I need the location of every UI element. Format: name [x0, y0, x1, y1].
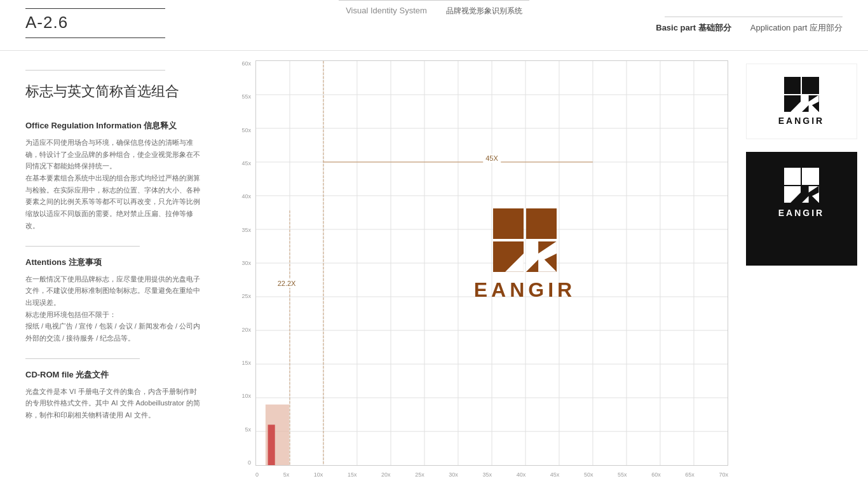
logo-cell-dark-tr	[802, 168, 819, 185]
center-top-line	[339, 0, 529, 1]
section-attentions-title: Attentions 注意事项	[25, 257, 203, 268]
y-55: 55x	[235, 93, 251, 100]
chart-area: 0 5x 10x 15x 20x 25x 30x 35x 40x 45x 50x…	[229, 51, 735, 488]
page-code: A-2.6	[25, 13, 165, 32]
y-15: 15x	[235, 360, 251, 366]
logo-cell-light-tl	[784, 77, 801, 94]
app-part-label: Application part 应用部分	[750, 22, 843, 34]
x-25: 25x	[415, 471, 424, 478]
section-cdrom-title: CD-ROM file 光盘文件	[25, 369, 203, 381]
grid-inner: 45X 22.2X	[255, 60, 728, 466]
y-20: 20x	[235, 327, 251, 333]
vi-system-zh: 品牌视觉形象识别系统	[446, 6, 522, 17]
center-titles: Visual Identity System 品牌视觉形象识别系统	[346, 6, 522, 17]
logo-cell-tl	[493, 208, 524, 239]
section-attentions-body: 在一般情况下使用品牌标志，应尽量使用提供的光盘电子文件，不建议使用标准制图绘制标…	[25, 273, 203, 344]
y-5: 5x	[235, 426, 251, 433]
section-regulation-title: Office Regulation Information 信息释义	[25, 120, 203, 132]
divider-2	[25, 358, 140, 359]
section-cdrom-body: 光盘文件是本 VI 手册电子文件的集合，内含手册制作时的专用软件格式文件。其中 …	[25, 386, 203, 421]
logo-cell-light-bl	[784, 95, 801, 112]
right-top-line	[665, 17, 843, 17]
header-nav: Basic part 基础部分 Application part 应用部分	[656, 22, 843, 34]
brand-text-dark: EANGIR	[778, 208, 824, 218]
header: A-2.6 Visual Identity System 品牌视觉形象识别系统 …	[0, 0, 868, 51]
logo-dark-container: EANGIR	[746, 152, 857, 266]
logo-icon-dark	[784, 168, 819, 203]
right-panel: EANGIR EANGIR	[735, 51, 868, 488]
section-cdrom: CD-ROM file 光盘文件 光盘文件是本 VI 手册电子文件的集合，内含手…	[25, 369, 203, 421]
x-10: 10x	[314, 471, 323, 478]
logo-variant-light: EANGIR	[744, 64, 858, 139]
logo-cell-dark-bl	[784, 186, 801, 203]
y-40: 40x	[235, 193, 251, 200]
y-axis: 0 5x 10x 15x 20x 25x 30x 35x 40x 45x 50x…	[235, 60, 255, 466]
x-60: 60x	[651, 471, 661, 478]
section-regulation: Office Regulation Information 信息释义 为适应不同…	[25, 120, 203, 232]
x-axis: 0 5x 10x 15x 20x 25x 30x 35x 40x 45x 50x…	[255, 468, 728, 482]
logo-variant-dark: EANGIR	[744, 152, 858, 266]
y-60: 60x	[235, 60, 251, 67]
section-attentions: Attentions 注意事项 在一般情况下使用品牌标志，应尽量使用提供的光盘电…	[25, 257, 203, 344]
header-bottom-line	[25, 37, 165, 38]
logo-icon-light	[784, 77, 819, 112]
header-left: A-2.6	[25, 8, 165, 42]
logo-icon-chart	[493, 208, 557, 272]
logo-light-container: EANGIR	[746, 64, 857, 139]
x-20: 20x	[381, 471, 391, 478]
y-10: 10x	[235, 393, 251, 399]
logo-cell-bl	[493, 241, 524, 272]
y-50: 50x	[235, 127, 251, 133]
y-35: 35x	[235, 227, 251, 233]
logo-cell-light-tr	[802, 77, 819, 94]
title-line	[25, 70, 165, 71]
dim-222x-label: 22.2X	[275, 279, 299, 288]
y-30: 30x	[235, 260, 251, 266]
y-25: 25x	[235, 293, 251, 299]
logo-cell-br	[526, 241, 557, 272]
chart-container: 0 5x 10x 15x 20x 25x 30x 35x 40x 45x 50x…	[235, 57, 728, 482]
x-0: 0	[255, 471, 259, 478]
vi-system-en: Visual Identity System	[346, 6, 427, 17]
x-35: 35x	[482, 471, 492, 478]
x-50: 50x	[584, 471, 593, 478]
x-40: 40x	[517, 471, 526, 478]
logo-cell-tr	[526, 208, 557, 239]
svg-rect-28	[268, 424, 275, 465]
main-content: 标志与英文简称首选组合 Office Regulation Informatio…	[0, 51, 868, 488]
page-title: 标志与英文简称首选组合	[25, 82, 203, 101]
x-5: 5x	[283, 471, 290, 478]
sidebar: 标志与英文简称首选组合 Office Regulation Informatio…	[0, 51, 229, 488]
y-0: 0	[235, 459, 251, 466]
x-30: 30x	[449, 471, 458, 478]
header-center: Visual Identity System 品牌视觉形象识别系统	[339, 0, 529, 17]
logo-cell-dark-tl	[784, 168, 801, 185]
brand-text-chart: EANGIR	[474, 278, 576, 302]
header-top-line	[25, 8, 165, 9]
divider-1	[25, 246, 140, 247]
y-45: 45x	[235, 160, 251, 166]
x-70: 70x	[719, 471, 728, 478]
x-15: 15x	[348, 471, 357, 478]
brand-text-light: EANGIR	[778, 116, 824, 126]
basic-part-label: Basic part 基础部分	[656, 22, 731, 34]
x-65: 65x	[685, 471, 695, 478]
logo-cell-light-br	[802, 95, 819, 112]
x-55: 55x	[618, 471, 627, 478]
x-45: 45x	[550, 471, 560, 478]
header-right: Basic part 基础部分 Application part 应用部分	[656, 17, 843, 34]
section-regulation-body: 为适应不同使用场合与环境，确保信息传达的清晰与准确，特设计了企业品牌的多种组合，…	[25, 137, 203, 232]
logo-cell-dark-br	[802, 186, 819, 203]
logo-chart-display: EANGIR	[322, 93, 728, 417]
